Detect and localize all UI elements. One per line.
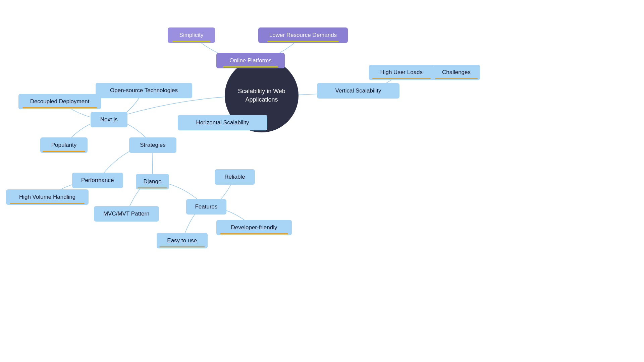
node-decoupled: Decoupled Deployment xyxy=(18,94,101,109)
node-features: Features xyxy=(186,199,226,215)
node-nextjs: Next.js xyxy=(91,112,127,127)
node-high-user-loads: High User Loads xyxy=(369,65,434,80)
node-reliable: Reliable xyxy=(215,169,255,185)
node-horizontal-scalability: Horizontal Scalability xyxy=(178,115,267,130)
node-performance: Performance xyxy=(72,173,123,188)
node-open-source: Open-source Technologies xyxy=(96,83,192,98)
node-challenges: Challenges xyxy=(433,65,480,80)
node-mvc-mvt: MVC/MVT Pattern xyxy=(94,206,159,222)
node-strategies: Strategies xyxy=(129,137,176,153)
node-vertical-scalability: Vertical Scalability xyxy=(317,83,399,99)
node-popularity: Popularity xyxy=(40,137,88,153)
mindmap-canvas: Scalability in Web Applications Simplici… xyxy=(0,0,644,362)
node-online-platforms: Online Platforms xyxy=(216,53,285,68)
node-developer-friendly: Developer-friendly xyxy=(216,220,292,235)
node-lower-resource: Lower Resource Demands xyxy=(258,27,348,43)
node-easy-to-use: Easy to use xyxy=(157,233,208,248)
node-simplicity: Simplicity xyxy=(168,27,215,43)
node-django: Django xyxy=(136,174,169,189)
node-high-volume: High Volume Handling xyxy=(6,189,89,205)
